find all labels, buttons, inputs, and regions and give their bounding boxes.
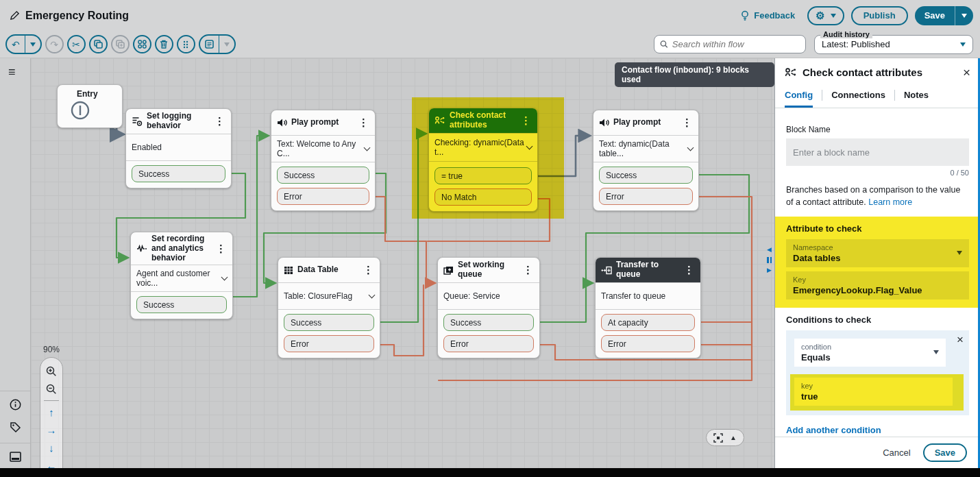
- kebab-menu-icon[interactable]: ⋮: [520, 114, 532, 126]
- hamburger-menu-icon[interactable]: ≡: [8, 65, 16, 80]
- collapse-up-button[interactable]: ▲: [730, 434, 737, 441]
- paste-button[interactable]: [111, 35, 130, 53]
- panel-split-controls: ◀ ▶: [767, 247, 772, 273]
- kebab-menu-icon[interactable]: ⋮: [214, 115, 225, 127]
- namespace-select[interactable]: Namespace Data tables: [786, 239, 969, 267]
- kebab-menu-icon[interactable]: ⋮: [522, 264, 534, 276]
- undo-button-group: ↶: [5, 34, 42, 54]
- port-success[interactable]: Success: [136, 296, 227, 313]
- chevron-down-icon[interactable]: [687, 144, 694, 151]
- chevron-down-icon[interactable]: [364, 144, 371, 151]
- cut-button[interactable]: ✂: [67, 35, 86, 53]
- redo-button[interactable]: ↷: [45, 35, 64, 53]
- block-title: Data Table: [297, 265, 358, 275]
- annotations-dropdown-button[interactable]: [219, 42, 234, 47]
- transfer-queue-icon: [601, 266, 612, 275]
- split-pause-icon[interactable]: [767, 257, 772, 263]
- attribute-section-title: Attribute to check: [786, 223, 969, 234]
- learn-more-link[interactable]: Learn more: [868, 197, 912, 207]
- close-icon[interactable]: ×: [963, 66, 970, 79]
- tab-config[interactable]: Config: [785, 83, 813, 108]
- port-at-capacity[interactable]: At capacity: [601, 314, 695, 331]
- kebab-menu-icon[interactable]: ⋮: [215, 243, 227, 254]
- pan-left-button[interactable]: ←: [40, 456, 62, 468]
- data-table-icon: [284, 266, 293, 275]
- zoom-in-icon: [46, 366, 57, 377]
- flow-block-set-working-queue[interactable]: Set working queue ⋮ Queue: Service Succe…: [437, 257, 540, 358]
- panel-save-button[interactable]: Save: [923, 443, 967, 462]
- feedback-button[interactable]: Feedback: [740, 10, 795, 21]
- conditions-section-title: Conditions to check: [786, 315, 969, 325]
- port-success[interactable]: Success: [277, 167, 369, 184]
- undo-button[interactable]: ↶: [7, 39, 25, 50]
- remove-condition-icon[interactable]: ×: [957, 334, 964, 345]
- port-true[interactable]: = true: [434, 167, 532, 184]
- collapse-right-icon[interactable]: ▶: [767, 267, 772, 273]
- flow-block-set-recording[interactable]: Set recording and analytics behavior ⋮ A…: [130, 232, 233, 319]
- kebab-menu-icon[interactable]: ⋮: [363, 264, 374, 276]
- delete-button[interactable]: [155, 35, 173, 53]
- port-error[interactable]: Error: [284, 335, 374, 352]
- condition-select[interactable]: condition Equals: [794, 339, 946, 367]
- note-block-icon: [205, 40, 214, 49]
- flow-canvas[interactable]: Contact flow (inbound): 9 blocks used En…: [31, 58, 774, 468]
- info-button[interactable]: [8, 397, 23, 412]
- copy-button[interactable]: [89, 35, 108, 53]
- flow-block-check-contact-attributes[interactable]: Check contact attributes ⋮ Checking: dyn…: [428, 108, 538, 212]
- fit-to-screen-button[interactable]: [713, 433, 723, 443]
- four-squares-icon: [138, 40, 147, 49]
- cancel-button[interactable]: Cancel: [883, 448, 910, 458]
- pan-up-button[interactable]: ↑: [40, 403, 62, 421]
- tab-connections[interactable]: Connections: [831, 83, 885, 108]
- port-error[interactable]: Error: [599, 188, 693, 205]
- audit-history-select[interactable]: Audit history Latest: Published: [814, 35, 973, 54]
- port-no-match[interactable]: No Match: [434, 188, 532, 206]
- flow-block-play-prompt-2[interactable]: Play prompt ⋮ Text: dynamic(Data table..…: [593, 110, 699, 211]
- zoom-out-button[interactable]: [40, 380, 62, 398]
- panel-title: Check contact attributes: [803, 66, 957, 78]
- drag-handle-button[interactable]: [177, 35, 195, 53]
- collapse-left-icon[interactable]: ◀: [767, 247, 772, 253]
- save-dropdown-button[interactable]: [955, 6, 973, 25]
- bottom-panel-button[interactable]: [8, 449, 23, 464]
- add-condition-link[interactable]: Add another condition: [786, 425, 969, 435]
- chevron-down-icon[interactable]: [526, 143, 533, 149]
- key-label: Key: [793, 276, 962, 284]
- settings-button[interactable]: ⚙: [807, 6, 844, 25]
- publish-button[interactable]: Publish: [851, 6, 908, 25]
- zoom-in-button[interactable]: [40, 363, 62, 380]
- dock-panel-icon: [10, 452, 21, 462]
- port-error[interactable]: Error: [601, 335, 695, 352]
- flow-block-data-table[interactable]: Data Table ⋮ Table: ClosureFlag Success …: [278, 257, 380, 358]
- port-error[interactable]: Error: [277, 188, 369, 205]
- tags-button[interactable]: [8, 419, 23, 435]
- block-name-input[interactable]: [786, 138, 969, 166]
- port-success[interactable]: Success: [284, 314, 374, 331]
- flow-block-transfer-to-queue[interactable]: Transfer to queue ⋮ Transfer to queue At…: [595, 257, 701, 358]
- kebab-menu-icon[interactable]: ⋮: [358, 117, 369, 128]
- flow-block-set-logging[interactable]: Set logging behavior ⋮ Enabled Success: [125, 108, 232, 188]
- save-button[interactable]: Save: [915, 6, 955, 25]
- tab-notes[interactable]: Notes: [904, 83, 929, 108]
- port-success[interactable]: Success: [443, 314, 534, 331]
- condition-key-input[interactable]: key true: [794, 378, 953, 406]
- port-success[interactable]: Success: [132, 165, 225, 182]
- key-input[interactable]: Key EmergencyLookup.Flag_Value: [786, 271, 969, 299]
- edit-pencil-icon[interactable]: [10, 10, 20, 21]
- port-success[interactable]: Success: [599, 167, 693, 184]
- kebab-menu-icon[interactable]: ⋮: [681, 117, 693, 128]
- undo-dropdown-button[interactable]: [25, 42, 40, 47]
- block-config-panel: Check contact attributes × Config Connec…: [774, 58, 980, 468]
- port-error[interactable]: Error: [443, 335, 534, 352]
- flow-title: Emergency Routing: [25, 10, 129, 22]
- kebab-menu-icon[interactable]: ⋮: [683, 264, 695, 276]
- chevron-down-icon[interactable]: [221, 273, 228, 280]
- annotations-toggle-button[interactable]: [200, 40, 219, 49]
- flow-block-entry[interactable]: Entry: [57, 84, 123, 128]
- chevron-down-icon[interactable]: [369, 291, 376, 298]
- search-input[interactable]: [672, 39, 800, 49]
- pan-down-button[interactable]: ↓: [40, 439, 62, 456]
- pan-right-button[interactable]: →: [40, 421, 62, 439]
- arrange-blocks-button[interactable]: [133, 35, 151, 53]
- flow-block-play-prompt-1[interactable]: Play prompt ⋮ Text: Welcome to Any C... …: [271, 110, 376, 211]
